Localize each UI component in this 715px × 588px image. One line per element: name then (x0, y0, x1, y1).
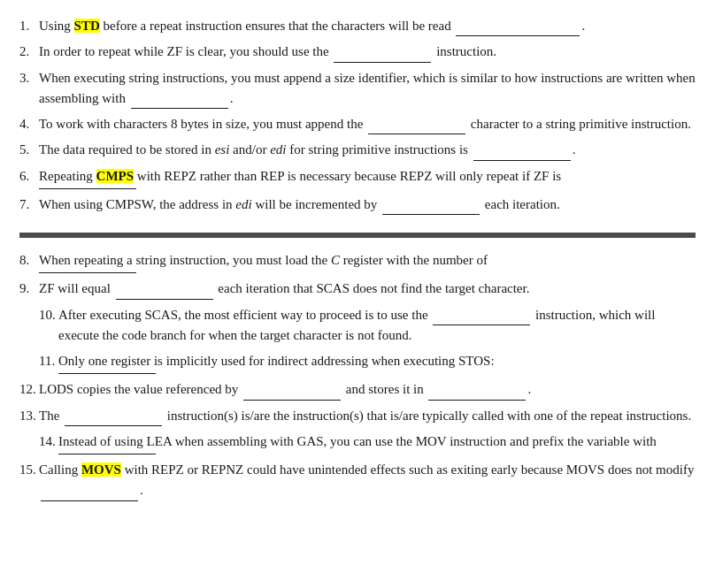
section-bottom: 8. When repeating a string instruction, … (19, 250, 696, 501)
item-content: Repeating CMPS with REPZ rather than REP… (39, 166, 696, 189)
list-item: 14. Instead of using LEA when assembling… (19, 431, 696, 454)
list-item: 4. To work with characters 8 bytes in si… (19, 114, 696, 134)
item-number: 4. (19, 114, 39, 134)
item-number: 5. (19, 140, 39, 160)
item-content: When executing string instructions, you … (39, 68, 696, 110)
blank-field[interactable] (65, 411, 162, 426)
list-item: 1. Using STD before a repeat instruction… (19, 16, 696, 36)
highlight-movs: MOVS (81, 462, 121, 477)
list-item: 13. The instruction(s) is/are the instru… (19, 406, 696, 426)
blank-field[interactable] (116, 285, 213, 300)
list-item: 6. Repeating CMPS with REPZ rather than … (19, 166, 696, 189)
blank-field[interactable] (131, 95, 228, 110)
italic-text: edi (235, 197, 251, 211)
item-content: LODS copies the value referenced by and … (39, 379, 696, 400)
item-number: 13. (19, 406, 39, 426)
section-divider (19, 233, 696, 238)
blank-field[interactable] (334, 48, 431, 63)
item-number: 11. (39, 351, 58, 374)
blank-field[interactable] (58, 454, 156, 454)
list-item: 5. The data required to be stored in esi… (19, 140, 696, 160)
item-content: The instruction(s) is/are the instructio… (39, 406, 696, 426)
blank-field[interactable] (456, 22, 580, 37)
italic-text: edi (270, 142, 286, 157)
list-item: 9. ZF will equal each iteration that SCA… (19, 279, 696, 299)
italic-text: esi (215, 142, 230, 157)
list-item: 2. In order to repeat while ZF is clear,… (19, 42, 696, 62)
item-number: 1. (19, 16, 39, 36)
blank-field[interactable] (428, 386, 526, 401)
blank-field[interactable] (433, 310, 530, 325)
list-item: 8. When repeating a string instruction, … (19, 250, 696, 273)
item-number: 15. (19, 460, 39, 501)
item-content: Using STD before a repeat instruction en… (39, 16, 696, 36)
section-top: 1. Using STD before a repeat instruction… (19, 16, 696, 233)
list-item: 12. LODS copies the value referenced by … (19, 379, 696, 400)
item-number: 14. (39, 431, 58, 454)
item-content: To work with characters 8 bytes in size,… (39, 114, 696, 134)
page: 1. Using STD before a repeat instruction… (0, 0, 715, 523)
list-item: 11. Only one register is implicitly used… (19, 351, 696, 374)
blank-field[interactable] (39, 188, 136, 189)
item-number: 7. (19, 195, 39, 215)
blank-field[interactable] (58, 373, 156, 374)
item-number: 3. (19, 68, 39, 110)
highlight-std: STD (74, 19, 100, 33)
item-content: After executing SCAS, the most efficient… (58, 305, 696, 347)
item-content: The data required to be stored in esi an… (39, 140, 696, 160)
item-number: 12. (19, 379, 39, 400)
highlight-cmps: CMPS (96, 169, 135, 183)
item-content: Instead of using LEA when assembling wit… (58, 431, 696, 454)
item-content: When using CMPSW, the address in edi wil… (39, 195, 696, 215)
item-content: ZF will equal each iteration that SCAS d… (39, 279, 696, 299)
item-content: When repeating a string instruction, you… (39, 250, 696, 273)
blank-field[interactable] (473, 146, 571, 161)
blank-field[interactable] (368, 120, 465, 135)
blank-field[interactable] (382, 201, 480, 216)
item-content: In order to repeat while ZF is clear, yo… (39, 42, 696, 62)
blank-field[interactable] (39, 272, 136, 273)
item-number: 9. (19, 279, 39, 299)
item-number: 8. (19, 250, 39, 273)
blank-field[interactable] (243, 386, 341, 401)
item-number: 2. (19, 42, 39, 62)
blank-field[interactable] (41, 486, 138, 501)
list-item: 10. After executing SCAS, the most effic… (19, 305, 696, 347)
item-number: 6. (19, 166, 39, 189)
italic-text: C (331, 253, 340, 267)
list-item: 7. When using CMPSW, the address in edi … (19, 195, 696, 215)
item-number: 10. (39, 305, 58, 347)
list-item: 3. When executing string instructions, y… (19, 68, 696, 110)
item-content: Calling MOVS with REPZ or REPNZ could ha… (39, 460, 696, 501)
list-item: 15. Calling MOVS with REPZ or REPNZ coul… (19, 460, 696, 501)
item-content: Only one register is implicitly used for… (58, 351, 696, 374)
